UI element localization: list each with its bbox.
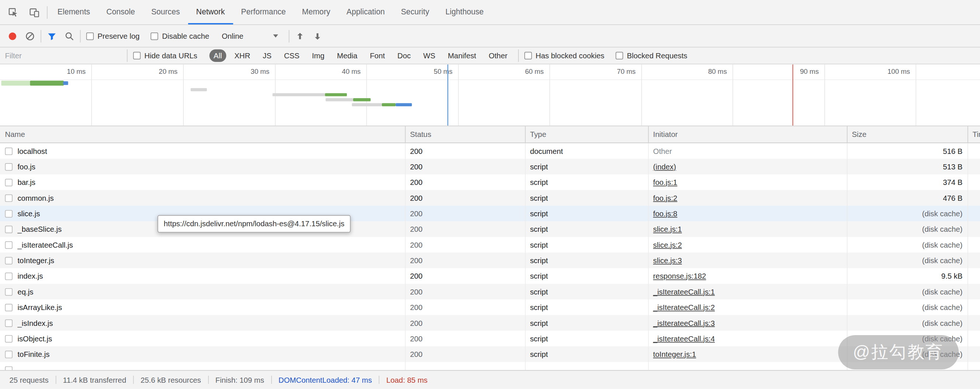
waterfall-bar — [1, 81, 30, 86]
initiator-link[interactable]: foo.js:1 — [653, 178, 678, 187]
initiator-link[interactable]: _isIterateeCall.js:1 — [653, 287, 715, 296]
table-row[interactable]: isObject.js200script_isIterateeCall.js:4… — [0, 331, 980, 346]
table-row[interactable]: foo.js200script(index)513 B — [0, 159, 980, 174]
filter-pill-media[interactable]: Media — [332, 49, 361, 62]
table-row[interactable] — [0, 362, 980, 370]
blocked-requests-checkbox[interactable]: Blocked Requests — [616, 51, 687, 60]
initiator-link[interactable]: _isIterateeCall.js:4 — [653, 334, 715, 343]
filter-pill-js[interactable]: JS — [258, 49, 275, 62]
request-name: isArrayLike.js — [18, 303, 62, 312]
initiator-cell: (index) — [648, 163, 847, 171]
table-row[interactable]: bar.js200scriptfoo.js:1374 B — [0, 175, 980, 190]
export-har-icon[interactable] — [309, 28, 326, 44]
filter-pill-xhr[interactable]: XHR — [230, 49, 255, 62]
column-header-status[interactable]: Status — [405, 130, 525, 139]
initiator-link[interactable]: slice.js:1 — [653, 225, 682, 234]
inspect-icon[interactable] — [3, 0, 24, 24]
table-row[interactable]: _isIndex.js200script_isIterateeCall.js:3… — [0, 315, 980, 331]
table-row[interactable]: toInteger.js200scriptslice.js:3(disk cac… — [0, 252, 980, 268]
column-divider — [648, 143, 649, 370]
initiator-link[interactable]: slice.js:3 — [653, 256, 682, 265]
filter-input[interactable] — [0, 48, 125, 64]
device-toolbar-icon[interactable] — [24, 0, 45, 24]
tab-performance[interactable]: Performance — [233, 0, 294, 24]
column-header-time[interactable]: Time — [967, 130, 980, 139]
table-row[interactable]: _isIterateeCall.js200scriptslice.js:2(di… — [0, 237, 980, 252]
timeline-gridline — [91, 64, 92, 126]
table-row[interactable]: slice.js200scriptfoo.js:8(disk cache) — [0, 206, 980, 221]
initiator-link[interactable]: slice.js:2 — [653, 240, 682, 249]
initiator-cell: _isIterateeCall.js:4 — [648, 334, 847, 343]
tab-memory[interactable]: Memory — [294, 0, 339, 24]
filter-pill-other[interactable]: Other — [484, 49, 512, 62]
type-cell: script — [525, 209, 648, 218]
clear-button[interactable] — [21, 28, 39, 44]
filter-pill-css[interactable]: CSS — [280, 49, 304, 62]
disable-cache-checkbox[interactable]: Disable cache — [151, 32, 209, 41]
checkbox-icon — [86, 32, 94, 40]
filter-pill-doc[interactable]: Doc — [393, 49, 415, 62]
timeline-overview[interactable]: 10 ms20 ms30 ms40 ms50 ms60 ms70 ms80 ms… — [0, 64, 980, 126]
separator — [127, 49, 128, 62]
status-item: 11.4 kB transferred — [56, 375, 133, 384]
waterfall-bar — [325, 93, 347, 96]
record-button[interactable] — [4, 28, 21, 44]
filter-pill-font[interactable]: Font — [366, 49, 389, 62]
initiator-link[interactable]: (index) — [653, 163, 676, 171]
filter-pill-ws[interactable]: WS — [419, 49, 439, 62]
tab-console[interactable]: Console — [98, 0, 143, 24]
tab-network[interactable]: Network — [188, 0, 233, 24]
funnel-icon[interactable] — [43, 28, 60, 44]
separator — [518, 49, 519, 62]
status-cell: 200 — [405, 147, 525, 155]
preserve-log-checkbox[interactable]: Preserve log — [86, 32, 140, 41]
initiator-link[interactable]: _isIterateeCall.js:3 — [653, 319, 715, 327]
requests-grid: Name Status Type Initiator Size Time loc… — [0, 126, 980, 370]
import-har-icon[interactable] — [291, 28, 309, 44]
filter-pill-img[interactable]: Img — [308, 49, 329, 62]
initiator-link[interactable]: foo.js:8 — [653, 209, 678, 218]
column-header-initiator[interactable]: Initiator — [648, 130, 847, 139]
table-row[interactable]: isArrayLike.js200script_isIterateeCall.j… — [0, 299, 980, 315]
throttling-select[interactable]: Online — [222, 32, 278, 41]
initiator-link[interactable]: toInteger.js:1 — [653, 350, 696, 359]
column-divider — [525, 126, 526, 142]
table-row[interactable]: index.js200scriptresponse.js:1829.5 kB — [0, 268, 980, 284]
initiator-cell: Other — [648, 147, 847, 155]
status-item: 25 requests — [3, 375, 56, 384]
initiator-link[interactable]: response.js:182 — [653, 272, 706, 281]
record-dot-icon — [9, 32, 16, 40]
column-header-name[interactable]: Name — [0, 130, 405, 139]
filter-pill-manifest[interactable]: Manifest — [444, 49, 481, 62]
has-blocked-cookies-checkbox[interactable]: Has blocked cookies — [524, 51, 605, 60]
name-cell: localhost — [0, 147, 405, 155]
tab-elements[interactable]: Elements — [49, 0, 98, 24]
timeline-tick-label: 70 ms — [617, 67, 641, 75]
size-cell: 516 B — [847, 147, 967, 155]
size-cell: 476 B — [847, 193, 967, 202]
name-cell: foo.js — [0, 163, 405, 171]
table-row[interactable]: _baseSlice.js200scriptslice.js:1(disk ca… — [0, 222, 980, 237]
hide-data-urls-checkbox[interactable]: Hide data URLs — [133, 51, 197, 60]
tab-sources[interactable]: Sources — [143, 0, 188, 24]
table-row[interactable]: localhost200documentOther516 B — [0, 143, 980, 159]
column-header-size[interactable]: Size — [847, 130, 967, 139]
initiator-link[interactable]: foo.js:2 — [653, 193, 678, 202]
filter-pill-all[interactable]: All — [209, 49, 226, 62]
tab-security[interactable]: Security — [393, 0, 438, 24]
size-cell: (disk cache) — [847, 319, 967, 327]
column-header-type[interactable]: Type — [525, 130, 648, 139]
initiator-link[interactable]: _isIterateeCall.js:2 — [653, 303, 715, 312]
timeline-gridline — [549, 64, 550, 126]
type-filters: AllXHRJSCSSImgMediaFontDocWSManifestOthe… — [207, 49, 514, 62]
table-row[interactable]: common.js200scriptfoo.js:2476 B — [0, 190, 980, 206]
tab-lighthouse[interactable]: Lighthouse — [437, 0, 492, 24]
table-row[interactable]: toFinite.js200scripttoInteger.js:1(disk … — [0, 346, 980, 362]
type-cell: script — [525, 303, 648, 312]
table-row[interactable]: eq.js200script_isIterateeCall.js:1(disk … — [0, 284, 980, 299]
file-icon — [5, 257, 13, 264]
search-icon[interactable] — [60, 28, 78, 44]
tab-application[interactable]: Application — [338, 0, 393, 24]
timeline-tick-label: 60 ms — [525, 67, 549, 75]
checkbox-icon — [616, 52, 623, 59]
